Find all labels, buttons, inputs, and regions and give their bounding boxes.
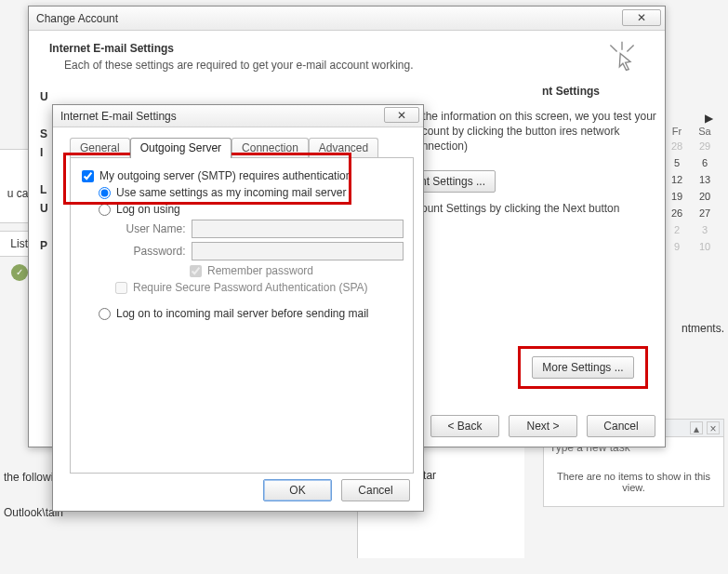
remember-password-checkbox[interactable] xyxy=(190,265,202,277)
requires-auth-label: My outgoing server (SMTP) requires authe… xyxy=(99,169,351,182)
behind-text: ut the information on this screen, we yo… xyxy=(410,109,661,154)
logon-using-radio[interactable] xyxy=(99,204,111,216)
requires-auth-checkbox[interactable] xyxy=(82,170,94,182)
cal-cell[interactable]: 26 xyxy=(663,205,691,221)
cal-cell[interactable]: 12 xyxy=(663,171,691,188)
password-input[interactable] xyxy=(192,242,404,260)
tab-advanced[interactable]: Advanced xyxy=(309,138,378,158)
requires-auth-row: My outgoing server (SMTP) requires authe… xyxy=(82,169,404,182)
require-spa-checkbox[interactable] xyxy=(115,282,127,294)
calendar-grid: FrSa 2829 56 1213 1920 2627 23 910 xyxy=(663,125,719,255)
dialog-titlebar[interactable]: Change Account ✕ xyxy=(29,7,665,31)
behind-heading: nt Settings xyxy=(542,85,600,98)
dialog-title: Internet E-mail Settings xyxy=(60,110,177,123)
same-settings-label: Use same settings as my incoming mail se… xyxy=(116,186,346,199)
radio-same-row: Use same settings as my incoming mail se… xyxy=(99,186,404,199)
tab-outgoing-server[interactable]: Outgoing Server xyxy=(130,138,232,158)
remember-password-label: Remember password xyxy=(207,264,313,277)
dialog-footer: OK Cancel xyxy=(53,479,423,501)
logon-before-send-radio[interactable] xyxy=(99,308,111,320)
dialog-header: Internet E-mail Settings Each of these s… xyxy=(29,31,665,81)
cal-cell[interactable]: 6 xyxy=(691,154,719,171)
dialog-titlebar[interactable]: Internet E-mail Settings ✕ xyxy=(53,105,423,127)
username-label: User Name: xyxy=(115,222,186,235)
cal-cell[interactable]: 2 xyxy=(663,221,691,238)
radio-before-send-row: Log on to incoming mail server before se… xyxy=(99,307,404,320)
logon-using-label: Log on using xyxy=(116,203,180,216)
close-icon[interactable]: × xyxy=(707,421,720,434)
radio-logon-row: Log on using xyxy=(99,203,404,216)
same-settings-radio[interactable] xyxy=(99,187,111,199)
tab-connection[interactable]: Connection xyxy=(232,138,309,158)
wizard-buttons: < Back Next > Cancel xyxy=(430,415,655,437)
cal-cell[interactable]: 13 xyxy=(691,171,719,188)
cancel-button[interactable]: Cancel xyxy=(341,479,410,501)
checkmark-icon: ✓ xyxy=(11,264,28,281)
logon-before-send-label: Log on to incoming mail server before se… xyxy=(116,307,368,320)
cal-day-header: Sa xyxy=(691,125,719,138)
cal-cell[interactable]: 27 xyxy=(691,205,719,221)
cal-cell[interactable]: 3 xyxy=(691,221,719,238)
svg-line-1 xyxy=(627,45,633,51)
cal-cell[interactable]: 20 xyxy=(691,188,719,205)
calendar-next-icon[interactable]: ▶ xyxy=(663,112,719,125)
cal-cell[interactable]: 28 xyxy=(663,138,691,154)
cal-cell[interactable]: 29 xyxy=(691,138,719,154)
ok-button[interactable]: OK xyxy=(263,479,332,501)
header-subtitle: Each of these settings are required to g… xyxy=(64,59,644,72)
spa-row: Require Secure Password Authentication (… xyxy=(115,281,404,294)
require-spa-label: Require Secure Password Authentication (… xyxy=(133,281,368,294)
more-settings-highlight: More Settings ... xyxy=(518,346,648,389)
behind-text2: ccount Settings by clicking the Next but… xyxy=(410,202,661,215)
username-input[interactable] xyxy=(192,220,404,238)
cal-cell[interactable]: 5 xyxy=(663,154,691,171)
cancel-button[interactable]: Cancel xyxy=(587,415,655,437)
password-row: Password: xyxy=(115,242,404,260)
tab-general[interactable]: General xyxy=(70,138,130,158)
close-button[interactable]: ✕ xyxy=(384,107,419,123)
back-button[interactable]: < Back xyxy=(430,415,499,437)
svg-line-0 xyxy=(610,45,616,51)
remember-row: Remember password xyxy=(190,264,404,277)
cal-cell[interactable]: 9 xyxy=(663,238,691,255)
next-button[interactable]: Next > xyxy=(509,415,577,437)
email-settings-dialog: Internet E-mail Settings ✕ General Outgo… xyxy=(52,104,424,512)
tabstrip: General Outgoing Server Connection Advan… xyxy=(70,137,414,157)
tab-panel-outgoing: My outgoing server (SMTP) requires authe… xyxy=(70,157,414,474)
cal-cell[interactable]: 19 xyxy=(663,188,691,205)
more-settings-button[interactable]: More Settings ... xyxy=(532,356,634,379)
cal-day-header: Fr xyxy=(663,125,691,138)
header-title: Internet E-mail Settings xyxy=(49,42,644,55)
calendar-fragment: ▶ FrSa 2829 56 1213 1920 2627 23 910 xyxy=(663,112,719,255)
triangle-icon[interactable]: ▴ xyxy=(690,421,703,434)
cal-cell[interactable]: 10 xyxy=(691,238,719,255)
username-row: User Name: xyxy=(115,220,404,238)
dialog-title: Change Account xyxy=(36,12,118,25)
close-button[interactable]: ✕ xyxy=(622,9,661,26)
cursor-icon xyxy=(605,40,639,73)
password-label: Password: xyxy=(115,245,186,258)
task-empty-text: There are no items to show in this view. xyxy=(544,458,723,506)
